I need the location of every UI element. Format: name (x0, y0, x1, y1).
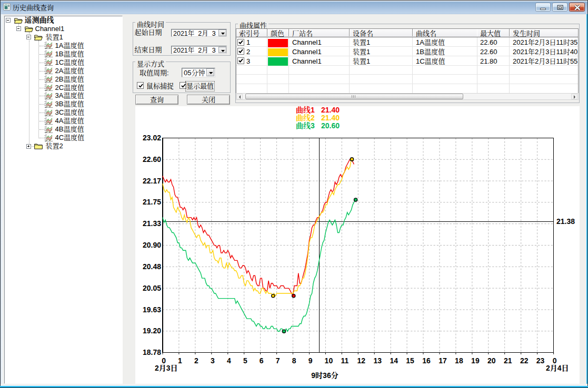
svg-text:9时36分: 9时36分 (311, 371, 338, 380)
svg-text:6: 6 (260, 356, 264, 365)
svg-text:20: 20 (487, 356, 496, 365)
svg-text:10: 10 (325, 356, 333, 365)
svg-text:2: 2 (194, 356, 198, 365)
svg-text:22: 22 (520, 356, 529, 365)
svg-text:19.63: 19.63 (143, 305, 161, 314)
svg-text:18.78: 18.78 (143, 348, 161, 356)
svg-text:18: 18 (455, 356, 463, 365)
svg-text:3: 3 (211, 356, 215, 365)
svg-text:8: 8 (292, 356, 296, 365)
svg-text:22.17: 22.17 (143, 177, 161, 185)
svg-text:23.02: 23.02 (143, 134, 161, 142)
svg-text:20.48: 20.48 (143, 262, 161, 271)
svg-text:21.38: 21.38 (556, 217, 575, 226)
svg-text:21.75: 21.75 (143, 198, 161, 206)
svg-text:22.60: 22.60 (143, 155, 161, 164)
svg-text:4: 4 (227, 356, 231, 365)
svg-text:17: 17 (438, 356, 447, 365)
svg-text:21: 21 (504, 356, 512, 365)
svg-text:23: 23 (536, 356, 545, 365)
svg-text:20.05: 20.05 (143, 284, 161, 292)
svg-text:21.33: 21.33 (143, 219, 161, 228)
svg-text:13: 13 (373, 356, 382, 365)
svg-text:19: 19 (471, 356, 480, 365)
svg-text:15: 15 (406, 356, 414, 365)
svg-text:1: 1 (178, 356, 182, 365)
svg-text:14: 14 (390, 356, 398, 365)
svg-text:19.20: 19.20 (143, 326, 161, 335)
svg-text:2月4日: 2月4日 (546, 364, 569, 372)
svg-text:11: 11 (341, 356, 349, 365)
svg-text:12: 12 (357, 356, 366, 365)
svg-text:5: 5 (243, 356, 247, 365)
svg-text:7: 7 (276, 356, 280, 365)
svg-text:2月3日: 2月3日 (155, 364, 178, 372)
svg-text:16: 16 (422, 356, 431, 365)
svg-text:9: 9 (308, 356, 313, 365)
svg-text:20.90: 20.90 (143, 241, 161, 249)
